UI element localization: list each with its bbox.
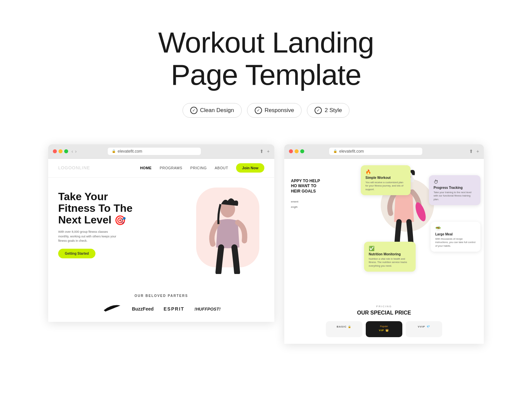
nav-home[interactable]: HOME	[140, 166, 152, 170]
hero-image-container	[191, 188, 264, 274]
nav-about[interactable]: ABOUT	[215, 166, 228, 170]
title-line1: Workout Landing	[158, 26, 374, 59]
browser-chrome-left: ‹ › 🔒 elevatefit.com ⬆ +	[48, 144, 274, 159]
dot-red-r	[289, 149, 293, 153]
feature-badge-2-style: ✓ 2 Style	[307, 103, 349, 118]
progress-tracking-emoji: ⏱	[434, 179, 476, 185]
url-text-right: elevatefit.com	[339, 149, 364, 154]
website-content-left: LOGOONLINE HOME PROGRAMS PRICING ABOUT J…	[48, 159, 274, 322]
happy-line3: HEIR GOALS	[291, 189, 337, 194]
progress-tracking-text: Take your training to the next level wit…	[434, 191, 476, 201]
basic-badge: BASIC 🔒	[329, 325, 359, 328]
browser-dots-right	[289, 149, 304, 153]
nav-arrows-left: ‹ ›	[71, 149, 76, 154]
url-bar-right[interactable]: 🔒 elevatefit.com	[329, 148, 422, 155]
svg-point-4	[413, 201, 428, 222]
target-emoji: 🎯	[114, 215, 126, 225]
vvip-badge: VVIP 💎	[409, 325, 439, 328]
card-simple-workout: 🔥 Simple Workout You will receive a cust…	[361, 165, 411, 196]
vvip-icon: 💎	[427, 325, 430, 328]
happy-line2: HO WANT TO	[291, 184, 337, 189]
hero-main-title: Take Your Fitness To The Next Level 🎯	[58, 191, 145, 226]
progress-tracking-title: Progress Tracking	[434, 186, 476, 190]
back-arrow-icon[interactable]: ‹	[71, 149, 73, 154]
site-logo: LOGOONLINE	[58, 165, 90, 170]
share-icon[interactable]: ⬆	[260, 149, 264, 154]
lock-icon: 🔒	[112, 149, 116, 153]
large-meal-title: Large Meal	[435, 232, 476, 236]
dot-green-r	[300, 149, 304, 153]
dot-yellow-r	[295, 149, 299, 153]
nike-logo	[102, 303, 122, 315]
title-line2: Page Template	[171, 58, 361, 91]
hero-subtitle: With over 8,000 group fitness classes mo…	[58, 230, 118, 243]
page-main-title: Workout Landing Page Template	[7, 27, 525, 91]
nav-programs[interactable]: PROGRAMS	[160, 166, 182, 170]
vip-icon: 👑	[385, 329, 389, 332]
site2-hero: APPY TO HELP HO WANT TO HEIR GOALS ement…	[284, 159, 484, 298]
site-hero: Take Your Fitness To The Next Level 🎯 Wi…	[48, 178, 274, 284]
card-nutrition-monitoring: ✅ Nutrition Monitoring Nutrition a vital…	[364, 242, 416, 272]
features-row: ✓ Clean Design ✓ Responsive ✓ 2 Style	[7, 103, 525, 118]
huffpost-logo: !HUFFPOST!	[195, 307, 221, 312]
partners-title: OUR BELOVED PARTERS	[58, 294, 264, 298]
large-meal-text: With thousands of recipe instructions, y…	[435, 237, 476, 248]
browser-dots-left	[53, 149, 68, 153]
partners-logos: BuzzFeed ESPRIT !HUFFPOST!	[58, 303, 264, 315]
card-large-meal: 🥗 Large Meal With thousands of recipe in…	[431, 222, 480, 252]
nutrition-text: Nutrition a vital role in health and fit…	[369, 257, 411, 268]
vip-label: VIP	[379, 329, 384, 332]
site2-content: APPY TO HELP HO WANT TO HEIR GOALS ement…	[284, 159, 484, 344]
large-meal-emoji: 🥗	[435, 226, 476, 231]
dot-red	[53, 149, 57, 153]
nav-links: HOME PROGRAMS PRICING ABOUT Join Now	[140, 163, 264, 173]
nutrition-title: Nutrition Monitoring	[369, 252, 411, 256]
nav-join-button[interactable]: Join Now	[236, 163, 264, 173]
nav-pricing[interactable]: PRICING	[190, 166, 206, 170]
vvip-label: VVIP	[418, 325, 425, 328]
nike-swoosh	[102, 303, 122, 313]
feature-item-1: ement	[291, 199, 337, 204]
nutrition-emoji: ✅	[369, 246, 411, 251]
browser-actions-right: ⬆ +	[469, 149, 479, 154]
basic-label: BASIC	[337, 325, 347, 328]
card-progress-tracking: ⏱ Progress Tracking Take your training t…	[429, 175, 480, 205]
vip-popular-label: Populer	[369, 325, 399, 328]
pricing-cards-row: BASIC 🔒 Populer VIP 👑	[294, 321, 474, 337]
feature-label-clean-design: Clean Design	[200, 107, 234, 114]
hero-cta-button[interactable]: Getting Started	[58, 249, 95, 258]
browser-actions-left: ⬆ +	[260, 149, 270, 154]
dot-green	[64, 149, 68, 153]
price-card-vip: Populer VIP 👑	[366, 321, 402, 337]
site2-left-text: APPY TO HELP HO WANT TO HEIR GOALS ement…	[291, 179, 337, 210]
mockups-container: ‹ › 🔒 elevatefit.com ⬆ + LOGOONLINE HOME…	[0, 131, 532, 344]
add-tab-icon[interactable]: +	[267, 149, 270, 154]
person-svg	[198, 194, 258, 274]
share-icon-r[interactable]: ⬆	[469, 149, 473, 154]
browser-window-left: ‹ › 🔒 elevatefit.com ⬆ + LOGOONLINE HOME…	[48, 144, 274, 322]
lock-icon-r: 🔒	[333, 149, 337, 153]
add-tab-icon-r[interactable]: +	[476, 149, 479, 154]
dot-yellow	[59, 149, 63, 153]
browser-chrome-right: 🔒 elevatefit.com ⬆ +	[284, 144, 484, 159]
site2-happy-text: APPY TO HELP HO WANT TO HEIR GOALS	[291, 179, 337, 194]
feature-badge-clean-design: ✓ Clean Design	[183, 103, 242, 118]
check-icon-responsive: ✓	[255, 107, 262, 114]
simple-workout-text: You will receive a customized plan for y…	[365, 181, 406, 192]
pricing-section: PRICING OUR SPECIAL PRICE BASIC 🔒 Popule…	[284, 298, 484, 344]
logo-sub-text: ONLINE	[72, 165, 90, 170]
simple-workout-emoji: 🔥	[365, 169, 406, 175]
hero-text: Take Your Fitness To The Next Level 🎯 Wi…	[58, 188, 191, 284]
url-bar-left[interactable]: 🔒 elevatefit.com	[108, 148, 201, 155]
hero-title-line3: Next Level	[58, 214, 111, 226]
hero-person-image	[195, 191, 261, 274]
simple-workout-title: Simple Workout	[365, 176, 406, 180]
esprit-logo: ESPRIT	[164, 306, 185, 312]
feature-badge-responsive: ✓ Responsive	[247, 103, 302, 118]
check-icon-2-style: ✓	[315, 107, 322, 114]
hero-title-section: Workout Landing Page Template ✓ Clean De…	[0, 0, 532, 131]
happy-line1: APPY TO HELP	[291, 179, 337, 184]
vip-badge: VIP 👑	[369, 329, 399, 332]
forward-arrow-icon[interactable]: ›	[75, 149, 77, 154]
buzzfeed-logo: BuzzFeed	[132, 306, 154, 312]
